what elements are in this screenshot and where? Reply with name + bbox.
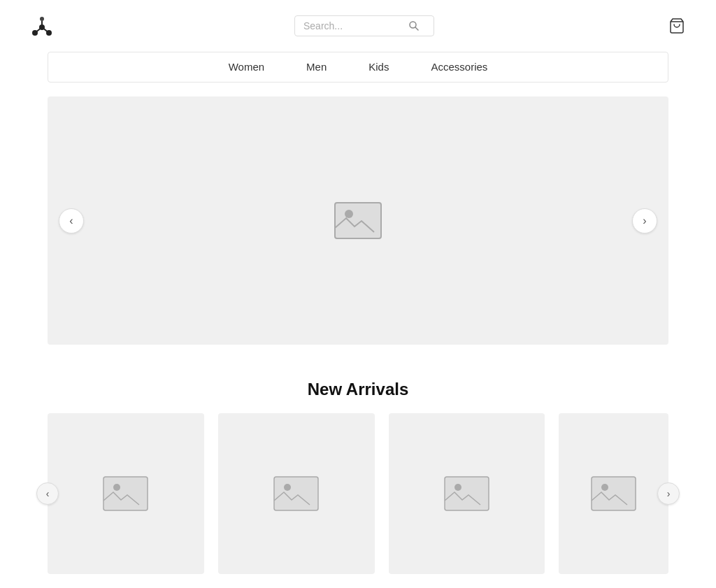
- cart-button[interactable]: [666, 15, 688, 37]
- search-icon: [408, 20, 420, 31]
- hero-image-icon: [334, 201, 382, 240]
- product-image-3: [444, 476, 489, 511]
- chevron-left-icon: ‹: [69, 215, 73, 227]
- products-next-button[interactable]: ›: [657, 482, 680, 505]
- navigation: Women Men Kids Accessories: [48, 52, 668, 83]
- chevron-right-icon: ›: [667, 488, 671, 499]
- header: [0, 0, 716, 52]
- hero-banner: ‹ ›: [48, 96, 668, 345]
- nav-link-women[interactable]: Women: [229, 61, 264, 73]
- product-card-1[interactable]: [48, 413, 204, 574]
- svg-line-3: [35, 27, 42, 33]
- svg-rect-10: [335, 203, 381, 238]
- nav-items: Women Men Kids Accessories: [229, 61, 488, 73]
- svg-rect-12: [103, 477, 148, 510]
- nav-item-kids[interactable]: Kids: [368, 61, 389, 73]
- products-row: [48, 413, 668, 574]
- new-arrivals-section: New Arrivals ‹: [0, 359, 716, 588]
- cart-icon: [668, 17, 685, 34]
- search-input[interactable]: [303, 20, 408, 31]
- svg-point-15: [284, 484, 291, 491]
- hero-image-placeholder: [334, 201, 382, 240]
- nav-link-men[interactable]: Men: [306, 61, 327, 73]
- svg-point-5: [40, 17, 44, 21]
- chevron-left-icon: ‹: [46, 488, 50, 499]
- svg-point-19: [601, 484, 608, 491]
- hero-next-button[interactable]: ›: [632, 208, 657, 234]
- product-card-2[interactable]: [218, 413, 375, 574]
- svg-point-11: [345, 210, 353, 218]
- nav-link-kids[interactable]: Kids: [368, 61, 389, 73]
- products-prev-button[interactable]: ‹: [36, 482, 59, 505]
- new-arrivals-title: New Arrivals: [48, 380, 668, 399]
- svg-rect-16: [445, 477, 489, 510]
- hero-prev-button[interactable]: ‹: [59, 208, 84, 234]
- product-image-4: [591, 476, 636, 511]
- chevron-right-icon: ›: [643, 215, 646, 227]
- svg-line-8: [415, 27, 418, 30]
- nav-item-accessories[interactable]: Accessories: [431, 61, 487, 73]
- nav-item-women[interactable]: Women: [229, 61, 264, 73]
- svg-line-4: [42, 27, 49, 33]
- product-card-4[interactable]: [559, 413, 668, 574]
- product-card-3[interactable]: [389, 413, 545, 574]
- svg-rect-14: [274, 477, 318, 510]
- product-image-1: [103, 476, 148, 511]
- svg-rect-18: [592, 477, 636, 510]
- search-button[interactable]: [408, 20, 420, 31]
- logo[interactable]: [28, 8, 63, 43]
- nav-link-accessories[interactable]: Accessories: [431, 61, 487, 73]
- svg-point-17: [454, 484, 461, 491]
- svg-point-13: [113, 484, 120, 491]
- nav-item-men[interactable]: Men: [306, 61, 327, 73]
- search-bar[interactable]: [294, 15, 434, 36]
- products-carousel: ‹: [48, 413, 668, 574]
- product-image-2: [273, 476, 319, 511]
